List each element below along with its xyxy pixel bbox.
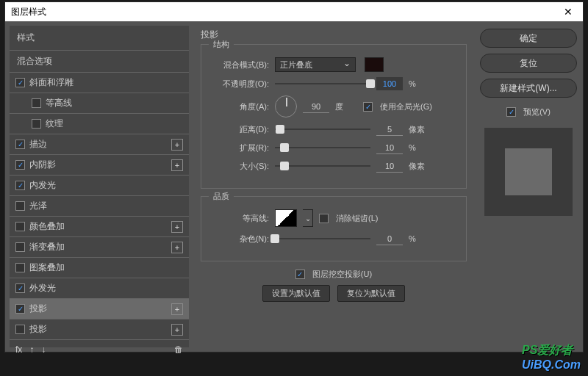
- plus-icon[interactable]: +: [171, 303, 183, 315]
- style-item-9[interactable]: 图案叠加: [10, 257, 189, 278]
- style-label: 投影: [29, 303, 47, 315]
- style-label: 渐变叠加: [29, 241, 65, 253]
- style-item-10[interactable]: 外发光: [10, 278, 189, 298]
- style-item-2[interactable]: 纹理: [10, 113, 189, 134]
- shadow-color-swatch[interactable]: [365, 57, 384, 72]
- style-checkbox[interactable]: [15, 201, 25, 211]
- arrow-up-icon[interactable]: ↑: [29, 344, 34, 355]
- spread-slider[interactable]: [275, 147, 370, 148]
- distance-unit: 像素: [409, 124, 431, 135]
- reset-default-button[interactable]: 复位为默认值: [337, 285, 405, 302]
- right-panel: 确定 复位 新建样式(W)... 预览(V): [478, 26, 578, 347]
- style-checkbox[interactable]: [15, 181, 25, 190]
- style-item-1[interactable]: 等高线: [10, 93, 189, 113]
- style-checkbox[interactable]: [15, 242, 25, 252]
- sidebar-header: 样式: [10, 26, 189, 50]
- style-item-0[interactable]: 斜面和浮雕: [10, 72, 189, 93]
- contour-picker[interactable]: [275, 209, 297, 227]
- style-checkbox[interactable]: [15, 78, 25, 87]
- style-item-4[interactable]: 内阴影+: [10, 154, 189, 175]
- style-label: 内阴影: [29, 159, 56, 171]
- style-item-7[interactable]: 颜色叠加+: [10, 216, 189, 236]
- angle-dial[interactable]: [275, 95, 297, 118]
- size-label: 大小(S):: [210, 161, 269, 172]
- plus-icon[interactable]: +: [171, 242, 183, 253]
- plus-icon[interactable]: +: [171, 221, 183, 233]
- size-unit: 像素: [409, 161, 431, 172]
- noise-input[interactable]: [376, 232, 403, 245]
- contour-label: 等高线:: [210, 213, 269, 224]
- noise-label: 杂色(N):: [210, 234, 269, 245]
- distance-input[interactable]: [376, 123, 403, 136]
- style-label: 描边: [29, 138, 47, 151]
- style-checkbox[interactable]: [32, 119, 41, 129]
- section-title: 投影: [201, 29, 467, 44]
- blend-mode-dropdown[interactable]: 正片叠底: [275, 57, 356, 72]
- new-style-button[interactable]: 新建样式(W)...: [480, 79, 577, 98]
- preview-swatch: [505, 148, 552, 195]
- style-label: 投影: [29, 323, 47, 336]
- titlebar: 图层样式 ✕: [5, 2, 583, 21]
- style-checkbox[interactable]: [15, 222, 25, 231]
- style-checkbox[interactable]: [15, 160, 25, 170]
- ok-button[interactable]: 确定: [480, 29, 577, 48]
- style-label: 图案叠加: [29, 261, 65, 274]
- structure-group: 结构 混合模式(B): 正片叠底 不透明度(O): % 角度(A): 度: [201, 44, 467, 189]
- style-item-8[interactable]: 渐变叠加+: [10, 236, 189, 257]
- quality-legend: 品质: [209, 191, 234, 202]
- opacity-label: 不透明度(O):: [210, 79, 269, 90]
- style-item-3[interactable]: 描边+: [10, 134, 189, 154]
- opacity-unit: %: [409, 79, 431, 88]
- contour-dropdown-icon[interactable]: ⌄: [303, 209, 313, 227]
- angle-unit: 度: [335, 101, 357, 112]
- style-checkbox[interactable]: [15, 283, 25, 293]
- style-label: 等高线: [46, 97, 72, 109]
- style-item-6[interactable]: 光泽: [10, 195, 189, 216]
- close-icon[interactable]: ✕: [559, 6, 577, 18]
- style-list: 斜面和浮雕等高线纹理描边+内阴影+内发光光泽颜色叠加+渐变叠加+图案叠加外发光投…: [10, 72, 189, 339]
- sidebar-footer: fx ↑ ↓ 🗑: [10, 339, 189, 359]
- style-checkbox[interactable]: [15, 140, 25, 149]
- trash-icon[interactable]: 🗑: [174, 344, 183, 355]
- spread-label: 扩展(R):: [210, 142, 269, 153]
- preview-checkbox[interactable]: 预览(V): [480, 106, 577, 118]
- global-light-checkbox[interactable]: 使用全局光(G): [363, 101, 432, 112]
- size-input[interactable]: [376, 159, 403, 173]
- blend-options-item[interactable]: 混合选项: [10, 50, 189, 72]
- distance-slider[interactable]: [275, 129, 370, 130]
- style-item-5[interactable]: 内发光: [10, 175, 189, 195]
- structure-legend: 结构: [209, 39, 234, 50]
- style-label: 外发光: [29, 282, 56, 294]
- opacity-input[interactable]: [376, 77, 403, 90]
- preview-box: [484, 128, 573, 216]
- plus-icon[interactable]: +: [171, 324, 183, 336]
- spread-input[interactable]: [376, 141, 403, 154]
- watermark: PS爱好者 UiBQ.Com: [522, 343, 581, 372]
- size-slider[interactable]: [275, 165, 370, 167]
- cancel-button[interactable]: 复位: [480, 54, 577, 73]
- dialog-title: 图层样式: [11, 6, 46, 18]
- arrow-down-icon[interactable]: ↓: [41, 344, 46, 355]
- noise-slider[interactable]: [275, 238, 370, 239]
- style-checkbox[interactable]: [15, 263, 25, 272]
- angle-input[interactable]: [303, 100, 329, 113]
- set-default-button[interactable]: 设置为默认值: [262, 285, 330, 302]
- layer-style-dialog: 图层样式 ✕ 样式 混合选项 斜面和浮雕等高线纹理描边+内阴影+内发光光泽颜色叠…: [4, 1, 584, 352]
- style-checkbox[interactable]: [15, 304, 25, 314]
- opacity-slider[interactable]: [275, 83, 370, 84]
- style-label: 纹理: [46, 118, 63, 130]
- style-checkbox[interactable]: [15, 325, 25, 334]
- style-item-12[interactable]: 投影+: [10, 319, 189, 339]
- plus-icon[interactable]: +: [171, 139, 183, 151]
- sidebar: 样式 混合选项 斜面和浮雕等高线纹理描边+内阴影+内发光光泽颜色叠加+渐变叠加+…: [10, 26, 189, 347]
- style-label: 斜面和浮雕: [29, 76, 74, 89]
- blend-mode-label: 混合模式(B):: [210, 59, 269, 70]
- angle-label: 角度(A):: [210, 101, 269, 112]
- style-item-11[interactable]: 投影+: [10, 298, 189, 319]
- antialias-checkbox[interactable]: 消除锯齿(L): [319, 213, 378, 224]
- knockout-checkbox[interactable]: 图层挖空投影(U): [295, 269, 372, 280]
- fx-icon[interactable]: fx: [15, 344, 22, 355]
- style-label: 颜色叠加: [29, 220, 65, 233]
- style-checkbox[interactable]: [32, 98, 41, 108]
- plus-icon[interactable]: +: [171, 159, 183, 171]
